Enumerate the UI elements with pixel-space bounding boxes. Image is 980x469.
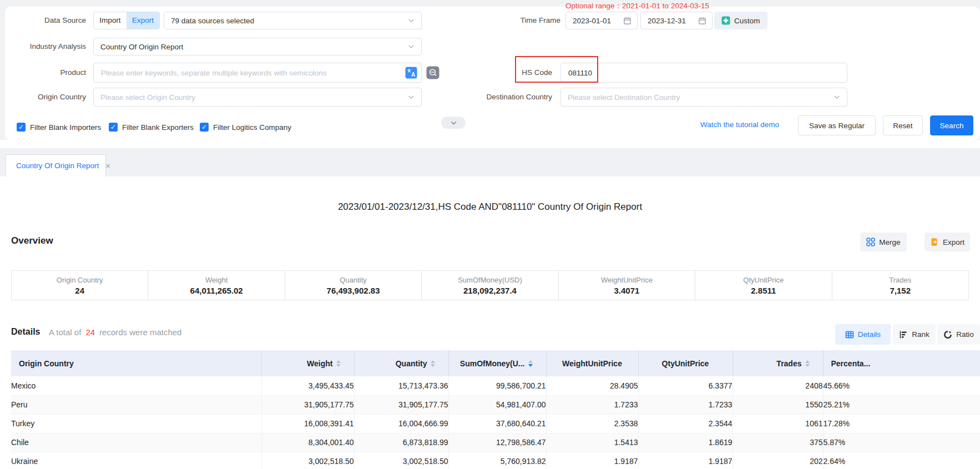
custom-range-button[interactable]: Custom (714, 12, 767, 29)
start-date-input[interactable]: 2023-01-01 (565, 12, 638, 29)
cell-country: Mexico (11, 376, 261, 395)
cell-qty-unit-price: 2.3544 (638, 414, 733, 433)
export-button[interactable]: Export (925, 233, 970, 251)
overview-stats-bar: Origin Country24 Weight64,011,265.02 Qua… (11, 270, 969, 300)
cell-weight-unit-price: 1.5413 (546, 433, 638, 452)
filter-logistics-company-checkbox[interactable]: ✓ Filter Logitics Company (200, 122, 291, 132)
cell-sum: 12,798,586.47 (448, 433, 546, 452)
cell-trades: 1550 (733, 395, 823, 414)
table-row[interactable]: Peru 31,905,177.75 31,905,177.75 54,981,… (11, 395, 980, 414)
origin-country-label: Origin Country (0, 88, 86, 107)
export-label: Export (943, 238, 964, 246)
chevron-down-icon (833, 94, 840, 100)
sort-icon[interactable] (805, 360, 810, 367)
custom-icon (721, 16, 730, 25)
svg-text:A: A (411, 72, 415, 78)
merge-icon (866, 238, 875, 246)
table-row[interactable]: Chile 8,304,001.40 6,873,818.99 12,798,5… (11, 433, 980, 452)
cell-weight: 16,008,391.41 (261, 414, 354, 433)
tab-title: Country Of Origin Report (6, 162, 99, 170)
end-date-value: 2023-12-31 (648, 17, 698, 25)
cell-percentage: 2.64% (823, 452, 980, 469)
col-percentage: Percenta... (823, 350, 980, 376)
chevron-down-icon (408, 43, 415, 50)
cell-quantity: 16,004,666.99 (354, 414, 448, 433)
search-button[interactable]: Search (930, 115, 973, 135)
view-details-button[interactable]: Details (835, 324, 891, 345)
filter-blank-exporters-checkbox[interactable]: ✓ Filter Blank Exporters (109, 122, 194, 132)
stat-trades: Trades7,152 (832, 271, 968, 300)
cell-qty-unit-price: 1.8619 (638, 433, 733, 452)
stat-sum-of-money: SumOfMoney(USD)218,092,237.4 (421, 271, 558, 300)
ratio-pie-icon (943, 330, 952, 339)
col-sum-of-money[interactable]: SumOfMoney(U... (448, 350, 546, 376)
cell-country: Ukraine (11, 452, 261, 469)
destination-country-select[interactable]: Please select Destination Country (560, 88, 847, 107)
merge-label: Merge (879, 238, 900, 246)
cell-weight: 3,002,518.50 (261, 452, 354, 469)
cell-trades: 1061 (733, 414, 823, 433)
image-search-icon[interactable] (426, 66, 440, 79)
custom-label: Custom (734, 17, 760, 25)
table-row[interactable]: Ukraine 3,002,518.50 3,002,518.50 5,760,… (11, 452, 980, 469)
checkbox-label: Filter Blank Importers (30, 123, 101, 132)
view-rank-button[interactable]: Rank (893, 324, 936, 345)
cell-weight-unit-price: 1.7233 (546, 395, 638, 414)
calendar-icon (623, 17, 632, 25)
col-quantity[interactable]: Quantity (354, 350, 448, 376)
collapse-filters-button[interactable] (441, 117, 466, 129)
cell-percentage: 17.28% (823, 414, 980, 433)
reset-button[interactable]: Reset (883, 115, 923, 135)
merge-button[interactable]: Merge (860, 233, 907, 251)
cell-trades: 375 (733, 433, 823, 452)
tutorial-demo-link[interactable]: Watch the tutorial demo (700, 120, 779, 129)
cell-country: Peru (11, 395, 261, 414)
cell-quantity: 6,873,818.99 (354, 433, 448, 452)
sort-icon[interactable] (336, 360, 341, 367)
rank-chart-icon (899, 330, 908, 339)
table-row[interactable]: Turkey 16,008,391.41 16,004,666.99 37,68… (11, 414, 980, 433)
translate-icon[interactable]: A (405, 67, 417, 79)
table-row[interactable]: Mexico 3,495,433.45 15,713,473.36 99,586… (11, 376, 980, 395)
view-details-label: Details (858, 330, 881, 339)
product-input[interactable] (93, 63, 422, 83)
time-frame-label: Time Frame (474, 12, 560, 29)
page: Data Source Import Export 79 data source… (0, 0, 980, 469)
checkbox-check-icon: ✓ (17, 123, 26, 132)
origin-country-placeholder: Please select Origin Country (100, 93, 405, 102)
cell-quantity: 15,713,473.36 (354, 376, 448, 395)
export-toggle[interactable]: Export (127, 12, 159, 29)
end-date-input[interactable]: 2023-12-31 (640, 12, 713, 29)
cell-trades: 2408 (733, 376, 823, 395)
view-ratio-button[interactable]: Ratio (937, 324, 980, 345)
cell-country: Turkey (11, 414, 261, 433)
data-sources-value: 79 data sources selected (171, 17, 405, 25)
hs-code-input[interactable] (560, 63, 847, 83)
details-heading: Details (11, 327, 40, 337)
import-toggle[interactable]: Import (94, 12, 127, 29)
checkbox-label: Filter Blank Exporters (122, 123, 194, 132)
export-file-icon (930, 238, 939, 246)
cell-sum: 5,760,913.82 (448, 452, 546, 469)
origin-country-select[interactable]: Please select Origin Country (93, 88, 422, 107)
checkbox-label: Filter Logitics Company (213, 123, 291, 132)
chevron-down-icon (408, 17, 415, 24)
sort-icon-active-desc[interactable] (528, 360, 533, 367)
filter-blank-importers-checkbox[interactable]: ✓ Filter Blank Importers (17, 122, 101, 132)
save-as-regular-button[interactable]: Save as Regular (798, 115, 876, 135)
col-trades[interactable]: Trades (733, 350, 823, 376)
chevron-down-icon (450, 119, 457, 127)
report-title: 2023/01/01-2023/12/31,HS Code AND"081110… (0, 201, 980, 213)
cell-weight-unit-price: 28.4905 (546, 376, 638, 395)
cell-percentage: 45.66% (823, 376, 980, 395)
cell-quantity: 31,905,177.75 (354, 395, 448, 414)
tab-country-of-origin-report[interactable]: Country Of Origin Report × (6, 154, 106, 176)
tab-bar (0, 148, 980, 176)
close-icon[interactable]: × (99, 161, 117, 170)
sort-icon[interactable] (431, 360, 435, 367)
industry-analysis-select[interactable]: Country Of Origin Report (93, 38, 422, 56)
col-weight[interactable]: Weight (261, 350, 354, 376)
data-sources-select[interactable]: 79 data sources selected (164, 12, 422, 29)
hs-code-field (560, 63, 847, 83)
cell-qty-unit-price: 6.3377 (638, 376, 733, 395)
